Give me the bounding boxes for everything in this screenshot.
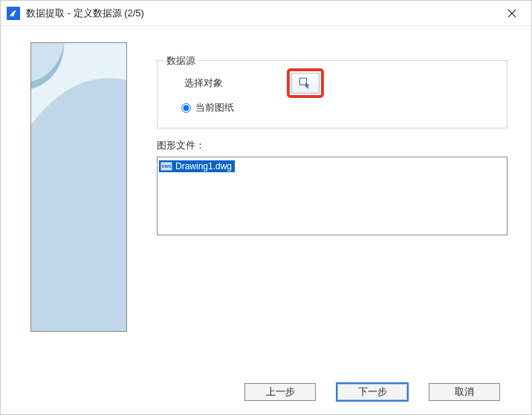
current-drawing-radio[interactable]: 当前图纸	[181, 101, 496, 114]
close-button[interactable]	[499, 3, 525, 24]
file-name: Drawing1.dwg	[175, 161, 232, 171]
dialog-window: 数据提取 - 定义数据源 (2/5) 数据源 选择对象	[0, 0, 532, 415]
select-objects-button[interactable]	[291, 73, 319, 94]
back-button[interactable]: 上一步	[244, 383, 316, 401]
app-icon	[7, 7, 20, 20]
data-source-group: 数据源 选择对象 当前图纸	[157, 60, 507, 128]
files-label: 图形文件：	[157, 139, 507, 152]
select-objects-highlight	[287, 68, 324, 98]
select-objects-label: 选择对象	[184, 76, 273, 90]
next-button[interactable]: 下一步	[337, 383, 408, 401]
group-title: 数据源	[163, 54, 198, 68]
file-list[interactable]: DWG Drawing1.dwg	[157, 157, 507, 235]
dwg-file-icon: DWG	[160, 162, 172, 171]
main-area: 数据源 选择对象 当前图纸	[157, 60, 507, 235]
dialog-content: 数据源 选择对象 当前图纸	[1, 26, 531, 414]
file-item[interactable]: DWG Drawing1.dwg	[159, 160, 235, 172]
current-drawing-label: 当前图纸	[195, 101, 234, 114]
pick-icon	[299, 76, 312, 90]
dialog-footer: 上一步 下一步 取消	[1, 383, 531, 401]
window-title: 数据提取 - 定义数据源 (2/5)	[26, 7, 499, 20]
cancel-button[interactable]: 取消	[429, 383, 500, 401]
current-drawing-radio-input[interactable]	[181, 103, 191, 113]
wizard-side-image	[30, 42, 127, 332]
titlebar: 数据提取 - 定义数据源 (2/5)	[1, 1, 531, 26]
